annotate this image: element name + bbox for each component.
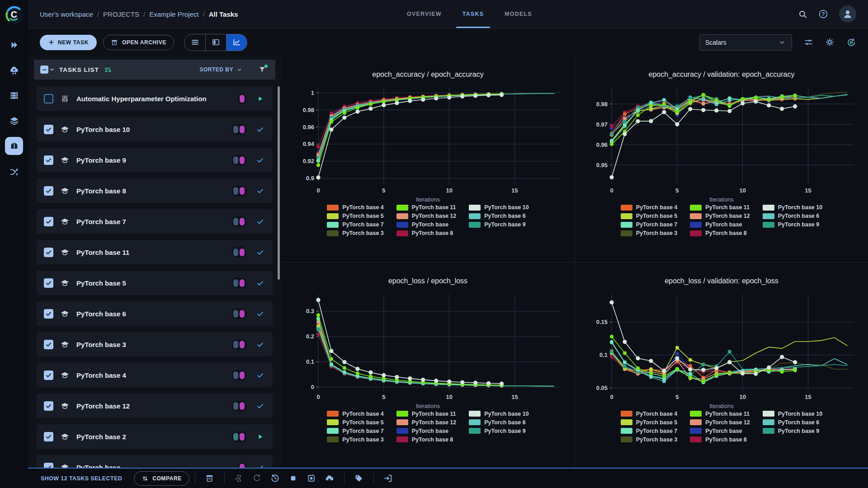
breadcrumb-item[interactable]: Example Project [149,10,198,18]
task-row[interactable]: PyTorch base 8 [37,178,273,203]
sidebar-item-projects-brain-active[interactable] [5,137,23,155]
compare-button[interactable]: COMPARE [134,471,189,486]
archive-action-icon[interactable] [201,474,219,483]
legend-item[interactable]: PyTorch base 8 [396,436,456,443]
select-all-checkbox[interactable] [40,66,48,74]
search-icon[interactable] [798,9,807,19]
legend-item[interactable]: PyTorch base 5 [621,419,677,426]
legend-item[interactable]: PyTorch base 7 [327,428,383,434]
chart-plot[interactable]: 0510150.90.920.940.960.981 [292,82,564,196]
legend-item[interactable]: PyTorch base 9 [763,221,822,228]
legend-item[interactable]: PyTorch base 12 [690,419,750,426]
tasks-scrollbar[interactable] [278,86,280,280]
filter-funnel-icon[interactable] [258,66,266,74]
legend-item[interactable]: PyTorch base [396,221,456,228]
task-row[interactable]: PyTorch base 11 [37,240,273,264]
show-selected-button[interactable]: SHOW 12 TASKS SELECTED [41,475,122,482]
legend-item[interactable]: PyTorch base 6 [763,213,822,219]
clearml-logo[interactable]: C [4,4,24,25]
task-checkbox-unchecked[interactable] [44,94,53,103]
legend-item[interactable]: PyTorch base 11 [690,204,750,211]
sidebar-item-datasets[interactable] [5,112,23,130]
legend-item[interactable]: PyTorch base 11 [690,411,750,417]
task-checkbox-checked[interactable] [44,463,53,468]
breadcrumb-item[interactable]: User's workspace [40,10,93,18]
task-checkbox-checked[interactable] [44,371,53,380]
legend-item[interactable]: PyTorch base 11 [396,204,456,211]
sidebar-item-cloud-autoscalers[interactable] [5,61,23,79]
legend-item[interactable]: PyTorch base [690,428,750,434]
task-row[interactable]: PyTorch base 2 [37,424,273,449]
view-button-chart-view-active[interactable] [226,34,247,51]
legend-item[interactable]: PyTorch base 4 [327,204,383,211]
legend-item[interactable]: PyTorch base [690,221,750,228]
legend-item[interactable]: PyTorch base 3 [621,436,677,443]
move-to-project-icon[interactable] [379,474,397,483]
task-checkbox-checked[interactable] [44,401,53,411]
legend-item[interactable]: PyTorch base 8 [690,230,750,236]
task-checkbox-checked[interactable] [44,155,53,165]
abort-all-children-icon[interactable] [302,474,321,483]
task-checkbox-checked[interactable] [44,217,53,226]
refresh-pause-icon[interactable] [846,38,856,47]
sidebar-item-pipelines[interactable] [5,162,23,180]
legend-item[interactable]: PyTorch base 6 [469,419,528,426]
legend-item[interactable]: PyTorch base 3 [327,436,383,443]
sidebar-item-workers-queues[interactable] [5,86,23,104]
tab-overview[interactable]: OVERVIEW [407,0,442,28]
tune-icon[interactable] [804,38,813,47]
task-checkbox-checked[interactable] [44,248,53,257]
legend-item[interactable]: PyTorch base 7 [327,221,383,228]
legend-item[interactable]: PyTorch base 6 [469,213,528,219]
chart-plot[interactable]: 0510150.950.960.970.98 [585,82,858,196]
tab-models[interactable]: MODELS [505,0,532,28]
task-checkbox-checked[interactable] [44,340,53,349]
legend-item[interactable]: PyTorch base 5 [621,213,677,219]
legend-item[interactable]: PyTorch base 3 [621,230,677,236]
sidebar-item-getting-started[interactable] [5,36,23,54]
chart-plot[interactable]: 05101500.10.20.3 [292,289,564,403]
legend-item[interactable]: PyTorch base 7 [621,428,677,434]
metric-dropdown[interactable]: Scalars [699,34,792,51]
tab-tasks[interactable]: TASKS [462,0,484,28]
legend-item[interactable]: PyTorch base 7 [621,221,677,228]
task-checkbox-checked[interactable] [44,309,53,319]
legend-item[interactable]: PyTorch base 8 [396,230,456,236]
user-avatar[interactable] [839,5,856,23]
task-row[interactable]: PyTorch base 12 [37,394,273,418]
task-row[interactable]: PyTorch base 7 [37,209,273,234]
legend-item[interactable]: PyTorch base 10 [469,204,528,211]
sorted-by-control[interactable]: SORTED BY [199,66,243,73]
legend-item[interactable]: PyTorch base 10 [763,411,822,417]
task-row[interactable]: PyTorch base 9 [37,148,273,172]
task-checkbox-checked[interactable] [44,125,53,134]
legend-item[interactable]: PyTorch base 9 [469,221,528,228]
legend-item[interactable]: PyTorch base 6 [763,419,822,426]
open-archive-button[interactable]: OPEN ARCHIVE [103,35,174,50]
task-row[interactable]: PyTorch base 6 [37,301,273,326]
legend-item[interactable]: PyTorch base 5 [327,419,383,426]
history-retry-icon[interactable] [266,474,284,483]
legend-item[interactable]: PyTorch base 5 [327,213,383,219]
legend-item[interactable]: PyTorch base 8 [690,436,750,443]
chart-plot[interactable]: 0510150.050.10.15 [585,289,858,403]
legend-item[interactable]: PyTorch base 3 [327,230,383,236]
breadcrumb-item[interactable]: PROJECTS [103,10,139,18]
legend-item[interactable]: PyTorch base 4 [621,411,677,417]
new-task-button[interactable]: NEW TASK [40,35,97,50]
task-row[interactable]: PyTorch base [37,455,273,468]
view-button-list-view[interactable] [184,34,205,51]
legend-item[interactable]: PyTorch base 12 [396,419,456,426]
help-icon[interactable]: ? [818,9,828,19]
task-row[interactable]: PyTorch base 4 [37,363,273,387]
select-all-caret-icon[interactable] [48,66,56,73]
legend-item[interactable]: PyTorch base 12 [396,213,456,219]
legend-item[interactable]: PyTorch base 4 [621,204,677,211]
gear-icon[interactable] [825,38,835,47]
column-sort-icon[interactable] [104,66,112,74]
legend-item[interactable]: PyTorch base 10 [763,204,822,211]
task-row[interactable]: Automatic Hyperparameter Optimization [37,86,273,111]
legend-item[interactable]: PyTorch base 11 [396,411,456,417]
legend-item[interactable]: PyTorch base 9 [763,428,822,434]
task-row[interactable]: PyTorch base 3 [37,332,273,357]
